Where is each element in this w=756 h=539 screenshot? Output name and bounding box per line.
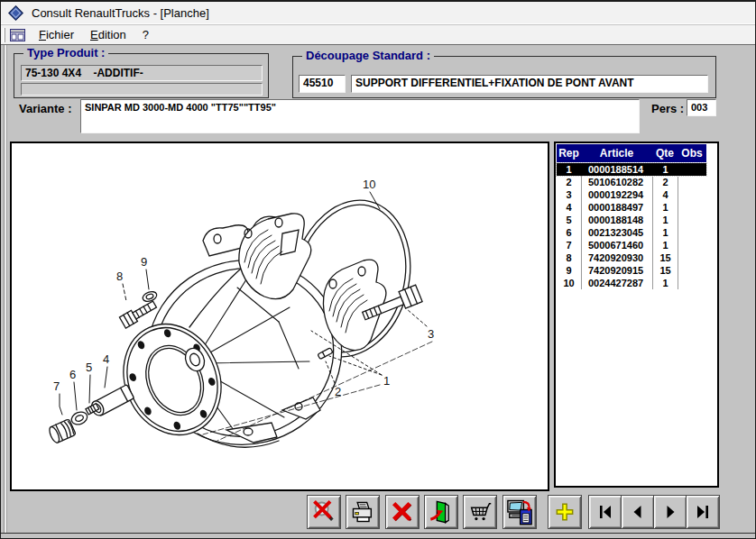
- cell-obs: [678, 251, 706, 264]
- header-qte[interactable]: Qte: [652, 147, 678, 160]
- diagram-label-10[interactable]: 10: [363, 178, 375, 191]
- header-rep[interactable]: Rep: [557, 147, 581, 160]
- last-record-icon: [692, 501, 714, 523]
- diagram-label-6[interactable]: 6: [69, 368, 76, 381]
- diagram-label-1[interactable]: 1: [383, 374, 390, 388]
- next-record-icon: [659, 501, 681, 523]
- shopping-cart-icon: [467, 499, 493, 525]
- table-row[interactable]: 3 0000192294 4: [557, 188, 706, 201]
- cell-qte: 15: [652, 251, 678, 264]
- parts-diagram: 1 2 3 4 5 6 7 8 9 10: [12, 143, 548, 489]
- menu-edition[interactable]: Edition: [82, 26, 134, 43]
- table-row[interactable]: 8 7420920930 15: [557, 251, 706, 264]
- mdi-child-icon[interactable]: [10, 29, 25, 41]
- cell-article: 5010610282: [581, 176, 652, 188]
- diagram-label-8[interactable]: 8: [116, 270, 123, 283]
- cell-article: 0000188497: [581, 201, 652, 214]
- cell-qte: 1: [652, 163, 678, 176]
- cell-article: 0024427287: [581, 277, 652, 289]
- table-row[interactable]: 9 7420920915 15: [557, 264, 706, 277]
- cell-article: 7420920930: [581, 251, 652, 264]
- cell-obs: [678, 214, 706, 226]
- magnifier-cancel-icon: [311, 499, 337, 525]
- type-produit-line2[interactable]: [21, 83, 263, 96]
- variante-field[interactable]: SINPAR MD 3000-MD 4000 "TT75""TT95": [80, 99, 640, 133]
- diagram-label-5[interactable]: 5: [86, 361, 92, 374]
- exit-button[interactable]: [424, 495, 458, 529]
- cell-qte: 2: [652, 176, 678, 188]
- cancel-zoom-button[interactable]: [307, 495, 341, 529]
- export-button[interactable]: [502, 495, 537, 529]
- cell-article: 7420920915: [581, 264, 652, 277]
- cell-article: 0021323045: [581, 226, 652, 239]
- diagram-part-small-bolt[interactable]: [119, 298, 158, 328]
- cart-button[interactable]: [463, 495, 497, 529]
- delete-button[interactable]: [385, 495, 419, 529]
- menu-bar: Fichier Edition ?: [1, 25, 755, 45]
- decoupage-description-field[interactable]: SUPPORT DIFFERENTIEL+FIXATION DE PONT AV…: [351, 75, 708, 93]
- decoupage-group: Découpage Standard : 45510 SUPPORT DIFFE…: [292, 56, 716, 98]
- diagram-label-4[interactable]: 4: [103, 352, 109, 366]
- diagram-label-3[interactable]: 3: [428, 327, 434, 341]
- diagram-part-housing[interactable]: [106, 216, 362, 465]
- table-row[interactable]: 4 0000188497 1: [557, 201, 706, 214]
- table-row[interactable]: 1 0000188514 1: [557, 163, 706, 176]
- cell-rep: 2: [557, 176, 581, 188]
- table-row[interactable]: 10 0024427287 1: [557, 277, 706, 289]
- header-article[interactable]: Article: [581, 147, 652, 160]
- menu-fichier[interactable]: Fichier: [31, 26, 82, 43]
- table-row[interactable]: 5 0000188148 1: [557, 214, 706, 226]
- table-row[interactable]: 7 5000671460 1: [557, 239, 706, 251]
- diagram-label-9[interactable]: 9: [141, 255, 147, 269]
- next-record-button[interactable]: [653, 495, 687, 529]
- cell-rep: 8: [557, 251, 581, 264]
- header-obs[interactable]: Obs: [678, 147, 706, 160]
- diagram-part-washer-9[interactable]: [142, 290, 158, 304]
- print-button[interactable]: [346, 495, 380, 529]
- cell-obs: [678, 264, 706, 277]
- cell-obs: [678, 239, 706, 251]
- table-row[interactable]: 6 0021323045 1: [557, 226, 706, 239]
- last-record-button[interactable]: [686, 495, 720, 529]
- client-edge-highlight: [4, 45, 7, 534]
- variante-label: Variante :: [19, 102, 72, 115]
- parts-table-panel: Rep Article Qte Obs 1 0000188514 1 2 501…: [554, 142, 719, 488]
- cell-article: 0000192294: [581, 188, 652, 201]
- pers-label: Pers :: [651, 102, 684, 115]
- plus-icon: [553, 500, 576, 524]
- cell-rep: 4: [557, 201, 581, 214]
- cell-article: 5000671460: [581, 239, 652, 251]
- cell-rep: 5: [557, 214, 581, 226]
- app-window: Consult RenaultTrucks - [Planche] Fichie…: [0, 0, 756, 539]
- decoupage-code-field[interactable]: 45510: [299, 75, 346, 93]
- first-record-button[interactable]: [588, 495, 622, 529]
- previous-record-icon: [627, 501, 649, 523]
- menu-help[interactable]: ?: [134, 26, 157, 43]
- cell-rep: 3: [557, 188, 581, 201]
- title-bar: Consult RenaultTrucks - [Planche]: [1, 2, 755, 24]
- diagram-label-7[interactable]: 7: [53, 379, 60, 393]
- diagram-label-2[interactable]: 2: [335, 385, 341, 398]
- cell-qte: 1: [652, 239, 678, 251]
- type-produit-legend: Type Produit :: [23, 46, 108, 59]
- type-produit-line1[interactable]: 75-130 4X4 -ADDITIF-: [21, 65, 263, 81]
- printer-icon: [350, 499, 375, 525]
- cell-rep: 6: [557, 226, 581, 239]
- status-strip: [1, 534, 756, 539]
- cell-qte: 1: [652, 201, 678, 214]
- table-row[interactable]: 2 5010610282 2: [557, 176, 706, 188]
- cell-qte: 4: [652, 188, 678, 201]
- cell-obs: [678, 277, 706, 289]
- cell-obs: [678, 163, 706, 176]
- cell-obs: [678, 176, 706, 188]
- diagram-part-plug[interactable]: [48, 419, 76, 444]
- cell-qte: 1: [652, 226, 678, 239]
- parts-table-body: 1 0000188514 1 2 5010610282 2 3 00001922…: [557, 163, 706, 289]
- add-button[interactable]: [548, 495, 582, 529]
- previous-record-button[interactable]: [621, 495, 655, 529]
- diagram-panel: 1 2 3 4 5 6 7 8 9 10: [10, 142, 549, 491]
- pers-field[interactable]: 003: [687, 99, 716, 116]
- diagram-part-washer-6[interactable]: [69, 410, 89, 427]
- exit-door-icon: [429, 499, 454, 525]
- diagram-part-sleeve[interactable]: [89, 384, 134, 418]
